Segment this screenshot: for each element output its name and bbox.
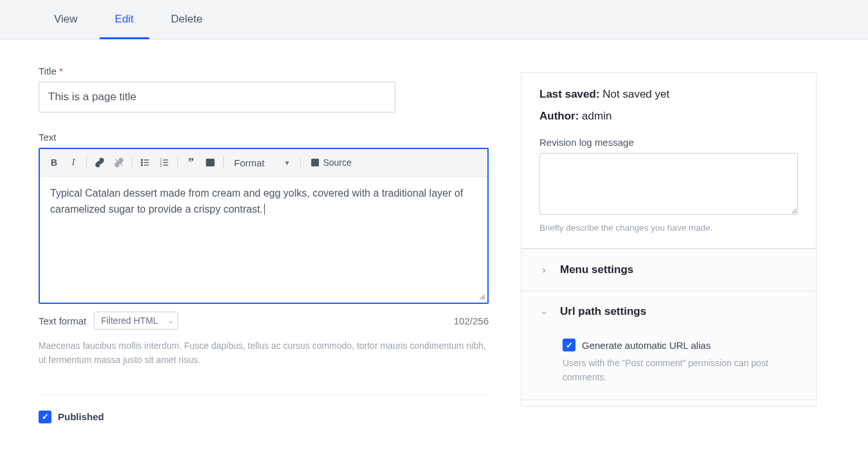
editor-toolbar: B I 123: [40, 149, 487, 177]
svg-rect-14: [312, 159, 319, 166]
numbered-list-icon: 123: [159, 157, 170, 168]
toolbar-separator: [300, 156, 301, 169]
text-help: Maecenas faucibus mollis interdum. Fusce…: [39, 339, 489, 367]
toolbar-separator: [86, 156, 87, 169]
tab-edit[interactable]: Edit: [100, 0, 149, 39]
svg-point-13: [208, 161, 210, 163]
numbered-list-button[interactable]: 123: [157, 154, 172, 171]
title-field-group: Title *: [39, 66, 489, 112]
blockquote-button[interactable]: ”: [183, 154, 199, 171]
sidebar-column: Last saved: Not saved yet Author: admin …: [521, 72, 817, 407]
published-label: Published: [58, 411, 104, 422]
tab-view[interactable]: View: [39, 0, 93, 39]
revision-textarea[interactable]: [539, 153, 798, 215]
title-input[interactable]: [39, 82, 395, 112]
chevron-right-icon: ›: [539, 265, 548, 275]
url-path-settings-toggle[interactable]: ⌵ Url path settings: [521, 290, 816, 332]
source-icon: [310, 157, 320, 168]
text-field-group: Text B I 123: [39, 132, 489, 367]
chevron-down-icon: ⌵: [539, 306, 548, 316]
url-alias-help: Users with the “Post comment” permission…: [563, 357, 798, 384]
url-alias-checkbox[interactable]: [563, 339, 575, 351]
url-path-settings-body: Generate automatic URL alias Users with …: [521, 332, 816, 400]
url-alias-label: Generate automatic URL alias: [582, 340, 710, 351]
image-icon: [205, 157, 215, 168]
source-button-label: Source: [323, 157, 351, 168]
title-label: Title *: [39, 66, 489, 76]
main-column: Title * Text B I: [39, 66, 489, 423]
sidebar-panel: Last saved: Not saved yet Author: admin …: [521, 72, 817, 407]
divider: [39, 394, 489, 395]
unlink-button[interactable]: [111, 154, 127, 171]
text-format-select[interactable]: Filtered HTML: [94, 312, 178, 330]
link-button[interactable]: [92, 154, 107, 171]
link-icon: [95, 157, 105, 168]
required-indicator: *: [59, 66, 63, 76]
tab-delete[interactable]: Delete: [156, 0, 218, 39]
image-button[interactable]: [203, 154, 218, 171]
editor-content-text: Typical Catalan dessert made from cream …: [50, 188, 463, 215]
editor-textarea[interactable]: Typical Catalan dessert made from cream …: [40, 177, 487, 292]
rich-text-editor: B I 123: [39, 148, 489, 304]
svg-point-2: [141, 164, 143, 166]
title-label-text: Title: [39, 66, 57, 76]
content-area: Title * Text B I: [0, 40, 868, 436]
svg-text:3: 3: [160, 164, 162, 168]
last-saved-label: Last saved:: [539, 88, 600, 100]
menu-settings-toggle[interactable]: › Menu settings: [521, 249, 816, 290]
revision-help: Briefly describe the changes you have ma…: [539, 223, 798, 233]
character-count: 102/256: [454, 315, 489, 326]
url-path-settings-label: Url path settings: [560, 305, 646, 318]
revision-label: Revision log message: [539, 137, 798, 148]
toolbar-separator: [177, 156, 178, 169]
text-format-label: Text format: [39, 315, 86, 326]
toolbar-separator: [223, 156, 224, 169]
sidebar-footer-gap: [521, 400, 816, 406]
bold-button[interactable]: B: [46, 154, 62, 171]
unlink-icon: [114, 157, 124, 168]
text-cursor: [264, 204, 267, 215]
source-button[interactable]: Source: [306, 154, 355, 171]
format-dropdown-label: Format: [234, 157, 265, 168]
bullet-list-icon: [140, 157, 150, 168]
menu-settings-label: Menu settings: [560, 263, 633, 276]
chevron-down-icon: ▼: [284, 159, 291, 166]
italic-button[interactable]: I: [66, 154, 81, 171]
last-saved-value: Not saved yet: [602, 88, 669, 100]
text-label: Text: [39, 132, 489, 143]
published-checkbox[interactable]: [39, 411, 51, 423]
toolbar-separator: [132, 156, 132, 169]
text-format-row: Text format Filtered HTML ⌵ 102/256: [39, 312, 489, 330]
meta-section: Last saved: Not saved yet Author: admin …: [521, 73, 816, 249]
svg-point-0: [141, 159, 143, 161]
editor-resize-handle[interactable]: [40, 292, 487, 303]
primary-tabs: View Edit Delete: [0, 0, 868, 40]
svg-point-1: [141, 162, 143, 163]
resize-grip-icon: [479, 294, 485, 299]
bullet-list-button[interactable]: [138, 154, 153, 171]
last-saved-line: Last saved: Not saved yet: [539, 88, 798, 101]
author-value: admin: [582, 110, 611, 122]
url-alias-row: Generate automatic URL alias: [563, 339, 798, 351]
published-row: Published: [39, 411, 489, 423]
author-label: Author:: [539, 110, 579, 122]
format-dropdown[interactable]: Format ▼: [229, 155, 295, 171]
author-line: Author: admin: [539, 110, 798, 123]
